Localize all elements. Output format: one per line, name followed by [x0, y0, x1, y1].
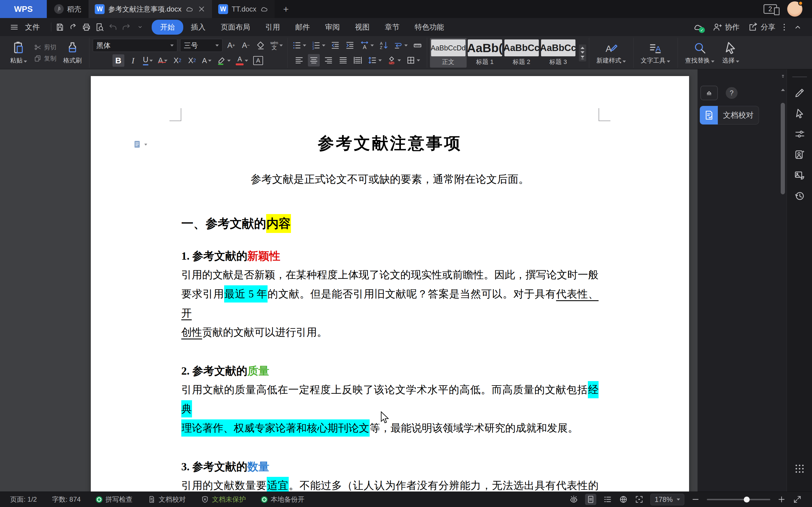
strikethrough-button[interactable]: A	[157, 54, 168, 67]
character-scale-button[interactable]: A	[359, 39, 375, 52]
numbered-list-button[interactable]: 123	[310, 39, 326, 52]
increase-indent-button[interactable]	[344, 39, 356, 52]
zoom-slider[interactable]	[707, 494, 770, 505]
style-cell[interactable]: AaBb(标题 1	[467, 38, 503, 68]
eye-protection-icon[interactable]	[569, 495, 578, 504]
paste-button[interactable]: 粘贴	[6, 41, 31, 65]
collaborate-button[interactable]: 协作	[712, 22, 740, 32]
collapse-ribbon-icon[interactable]	[793, 22, 802, 32]
style-gallery-scroll[interactable]	[579, 45, 586, 61]
user-avatar[interactable]	[787, 1, 802, 17]
justify-button[interactable]	[337, 54, 349, 66]
font-size-select[interactable]: 三号	[180, 39, 222, 52]
ribbon-tab-引用[interactable]: 引用	[258, 20, 288, 35]
close-tab-icon[interactable]	[197, 5, 206, 13]
align-left-button[interactable]	[293, 54, 305, 66]
bullet-list-button[interactable]	[291, 39, 307, 52]
window-count-badge[interactable]: 2	[763, 4, 777, 14]
distribute-button[interactable]	[352, 54, 364, 66]
decrease-font-button[interactable]: A−	[240, 39, 252, 52]
page-view-icon[interactable]	[585, 494, 596, 505]
save-icon[interactable]	[55, 22, 64, 32]
tab-stops-button[interactable]	[412, 39, 423, 52]
paragraph-settings-badge[interactable]	[133, 140, 147, 149]
ribbon-tab-页面布局[interactable]: 页面布局	[213, 20, 258, 35]
share-button[interactable]: 分享	[748, 22, 775, 32]
increase-font-button[interactable]: A+	[225, 39, 237, 52]
rail-pointer-icon[interactable]	[794, 108, 805, 119]
pinyin-guide-button[interactable]: wén文	[269, 39, 284, 52]
align-right-button[interactable]	[322, 54, 335, 66]
print-preview-icon[interactable]	[95, 22, 104, 32]
ribbon-tab-插入[interactable]: 插入	[183, 20, 213, 35]
style-cell[interactable]: AaBbCc标题 2	[503, 38, 540, 68]
file-menu[interactable]: 文件	[25, 22, 40, 32]
gallery-down-icon[interactable]	[580, 51, 585, 54]
ribbon-tab-开始[interactable]: 开始	[152, 20, 183, 35]
align-center-button[interactable]	[308, 54, 320, 66]
document-page[interactable]: 参考文献注意事项 参考文献是正式论文不可或缺的要素，通常附在论文后面。 一、参考…	[91, 76, 689, 492]
scrollbar-thumb[interactable]	[781, 103, 785, 194]
style-cell[interactable]: AaBbCcDd正文	[430, 38, 467, 68]
document-proofing-button[interactable]: 文档校对	[700, 106, 759, 124]
character-border-button[interactable]: A	[252, 54, 264, 67]
fit-page-icon[interactable]	[635, 495, 644, 504]
scroll-up-icon[interactable]	[781, 84, 785, 91]
rail-portrait-icon[interactable]	[794, 149, 805, 160]
more-options-icon[interactable]	[779, 22, 789, 32]
subscript-button[interactable]: X2	[186, 54, 198, 67]
zoom-in-icon[interactable]	[777, 495, 786, 504]
copy-button[interactable]: 复制	[34, 54, 56, 63]
ribbon-tab-特色功能[interactable]: 特色功能	[407, 20, 452, 35]
undo-icon[interactable]	[108, 22, 117, 32]
gallery-more-icon[interactable]	[580, 56, 585, 59]
fullscreen-icon[interactable]	[793, 495, 802, 504]
clear-format-button[interactable]	[255, 39, 266, 52]
ribbon-tab-章节[interactable]: 章节	[377, 20, 407, 35]
find-replace-button[interactable]: 查找替换	[681, 41, 718, 65]
zoom-slider-thumb[interactable]	[744, 497, 750, 503]
backup-status[interactable]: 本地备份开	[261, 495, 305, 504]
outline-view-icon[interactable]	[603, 495, 612, 504]
proofing-status[interactable]: 文档校对	[148, 495, 186, 504]
sort-button[interactable]: AZ	[378, 39, 390, 52]
rail-imageleaf-icon[interactable]	[794, 170, 805, 181]
panel-collapse-button[interactable]	[700, 86, 718, 100]
text-tool-button[interactable]: A 文字工具	[637, 41, 674, 65]
italic-button[interactable]: I	[127, 54, 139, 67]
help-button[interactable]: ?	[726, 87, 738, 99]
ribbon-tab-邮件[interactable]: 邮件	[288, 20, 317, 35]
font-color-button[interactable]: A	[235, 54, 249, 67]
shading-button[interactable]	[386, 54, 402, 66]
main-menu-icon[interactable]	[10, 22, 19, 32]
cloud-saved-icon[interactable]: ✓	[693, 22, 704, 32]
document-tab[interactable]: W参考文献注意事项.docx	[89, 0, 212, 18]
ribbon-tab-视图[interactable]: 视图	[347, 20, 377, 35]
show-marks-button[interactable]	[393, 39, 409, 52]
borders-button[interactable]	[405, 54, 421, 66]
word-count[interactable]: 字数: 874	[52, 495, 81, 504]
rail-pen-icon[interactable]	[794, 87, 805, 99]
superscript-button[interactable]: X2	[171, 54, 183, 67]
font-name-select[interactable]: 黑体	[93, 39, 177, 52]
spell-check-status[interactable]: 拼写检查	[96, 495, 133, 504]
style-cell[interactable]: AaBbCc标题 3	[540, 38, 576, 68]
gallery-up-icon[interactable]	[580, 47, 585, 49]
export-icon[interactable]	[68, 22, 78, 32]
select-button[interactable]: 选择	[718, 41, 743, 65]
document-tab[interactable]: WTT.docx	[212, 0, 275, 18]
docer-tab[interactable]: 稻壳	[47, 0, 89, 18]
bold-button[interactable]: B	[112, 54, 124, 67]
protection-status[interactable]: 文档未保护	[201, 495, 246, 504]
rail-sliders-icon[interactable]	[794, 128, 805, 140]
new-tab-button[interactable]: +	[274, 0, 297, 18]
redo-icon[interactable]	[121, 22, 131, 32]
format-painter-button[interactable]: 格式刷	[59, 41, 86, 65]
vertical-scrollbar[interactable]	[779, 69, 786, 492]
zoom-out-icon[interactable]	[691, 495, 700, 504]
ribbon-tab-审阅[interactable]: 审阅	[317, 20, 347, 35]
apps-grid-icon[interactable]	[794, 463, 805, 474]
decrease-indent-button[interactable]	[329, 39, 341, 52]
new-style-button[interactable]: A 新建样式	[593, 41, 630, 65]
print-icon[interactable]	[82, 22, 91, 32]
